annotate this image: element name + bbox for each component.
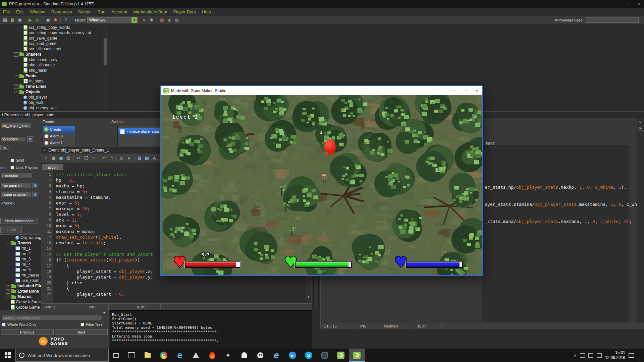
target-select[interactable]: Windows ▼ [87, 17, 138, 23]
search-small-icon[interactable]: ⊙ [638, 119, 643, 124]
add-sprite-icon[interactable]: ▦ [158, 17, 166, 23]
taskbar-clock[interactable]: 15:01 12.06.2016 [605, 350, 625, 360]
menu-window[interactable]: Window [26, 9, 48, 14]
scroll-arrow-icon[interactable]: ▼ [307, 295, 310, 299]
tray-chevron-icon[interactable]: ∧ [574, 353, 577, 358]
menu-marketplace-beta[interactable]: Marketplace Beta [130, 9, 170, 14]
create-executable-icon[interactable]: ◉ [44, 17, 52, 23]
gamemaker-active-icon[interactable] [349, 349, 365, 362]
tree-item-scr-string-copy-words[interactable]: scr_string_copy_words [13, 25, 103, 30]
font-icon[interactable]: A [151, 155, 158, 162]
monitor-app-icon[interactable] [123, 349, 140, 362]
menu-player-beta[interactable]: Player Beta [170, 9, 199, 14]
grid-icon[interactable]: ▦ [136, 155, 143, 162]
find-icon[interactable]: ⊙ [118, 155, 125, 162]
undo-icon[interactable]: ↶ [100, 155, 108, 162]
taskbar-search[interactable]: Web und Windows durchsuchen [15, 349, 109, 362]
tree-expander-icon[interactable]: - [14, 90, 18, 94]
wolf-game-icon[interactable] [188, 349, 204, 362]
maximize-button[interactable]: □ [623, 0, 633, 8]
sprite-menu-button[interactable]: ▦ [27, 136, 33, 142]
tree-item-time-lines[interactable]: +Time Lines [13, 84, 103, 89]
show-desktop-button[interactable] [640, 349, 642, 362]
tree-item-fonts[interactable]: -Fonts [13, 73, 103, 78]
goto-line-icon[interactable]: # [125, 155, 133, 162]
game-close-button[interactable]: × [471, 86, 482, 95]
mask-field[interactable]: <same as sprite> [0, 192, 31, 197]
tree-expander-icon[interactable]: + [6, 295, 10, 299]
filter-tree-checkbox[interactable] [80, 323, 84, 326]
tree-item-fn-stats[interactable]: Afn_stats [13, 78, 103, 84]
tray-pen-icon[interactable] [588, 353, 593, 358]
mask-menu-button[interactable]: ▦ [32, 192, 38, 197]
skype-icon[interactable]: S [301, 349, 317, 362]
tree-expander-icon[interactable]: + [6, 289, 10, 294]
copy-icon[interactable]: ❐ [83, 155, 90, 162]
skull-game-icon[interactable] [252, 349, 268, 362]
redo-icon[interactable]: ↷ [108, 155, 115, 162]
menu-scripts[interactable]: Scripts [75, 9, 95, 14]
gamepad-app-icon[interactable] [317, 349, 333, 362]
solid-checkbox[interactable] [10, 159, 14, 162]
menu-help[interactable]: Help [199, 9, 214, 14]
tree-item-shd-leave-grey[interactable]: shd_leave_grey [13, 57, 103, 62]
tree-expander-icon[interactable]: + [14, 84, 18, 89]
print-icon[interactable]: ▤ [65, 155, 72, 162]
action-center-icon[interactable] [629, 353, 634, 358]
internet-explorer-icon[interactable]: e [268, 349, 284, 362]
flame-game-icon[interactable] [204, 349, 220, 362]
new-sprite-button[interactable]: w [0, 145, 9, 150]
tree-item-obj-wall[interactable]: obj_wall [13, 100, 103, 105]
object-name-field[interactable]: obj_player_stats [0, 123, 31, 128]
menu-edit[interactable]: Edit [13, 9, 26, 14]
tree-item-objects[interactable]: -Objects [13, 89, 103, 95]
sprite-field[interactable]: no sprite> [0, 136, 26, 142]
ok-button[interactable]: ✓ OK [0, 227, 22, 233]
tree-item-scr-save-game[interactable]: scr_save_game [13, 36, 103, 41]
minimize-button[interactable]: ─ [612, 0, 623, 8]
menu-run[interactable]: Run [95, 9, 109, 14]
close-button[interactable]: × [633, 0, 644, 8]
game-maximize-button[interactable]: □ [460, 86, 471, 95]
event-create[interactable]: Create [43, 126, 75, 133]
grid-alt-icon[interactable]: ▩ [143, 155, 151, 162]
secondary-code-area[interactable]: er_stats.hp/obj_player_stats.maxhp, 1, 0… [482, 145, 629, 321]
tree-expander-icon[interactable]: - [14, 52, 18, 57]
tray-input-icon[interactable] [597, 353, 602, 358]
tree-item-obj-enemy-wall[interactable]: obj_enemy_wall [13, 105, 103, 111]
tree-item-scr-string-copy-words-enemy-tut[interactable]: scr_string_copy_words_enemy_tut [13, 30, 103, 36]
settings-icon[interactable]: ✱ [148, 17, 155, 23]
chevron-down-icon[interactable]: ▼ [131, 17, 137, 23]
knowledge-base-input[interactable] [586, 17, 639, 23]
event-alarm-0[interactable]: Alarm 0 [43, 133, 75, 139]
tray-touch-keyboard-icon[interactable] [580, 353, 585, 358]
target-small-icon[interactable]: ◉ [638, 125, 643, 131]
collapse-arrow-icon[interactable]: ▼ [103, 311, 106, 314]
start-button[interactable] [0, 349, 15, 362]
next-button[interactable]: Next [55, 329, 108, 335]
paste-icon[interactable]: ▭ [90, 155, 97, 162]
save-icon[interactable]: ▣ [57, 155, 65, 162]
tree-expander-icon[interactable]: + [6, 284, 10, 288]
menu-resources[interactable]: Resources [48, 9, 75, 14]
tree-item-shd-mask[interactable]: shd_mask [13, 68, 103, 73]
file-explorer-icon[interactable] [140, 349, 156, 362]
add-object-icon[interactable]: ◉ [166, 17, 173, 23]
save-project-icon[interactable]: ▣ [16, 17, 23, 23]
tree-expander-icon[interactable]: - [6, 241, 10, 245]
debug-game-icon[interactable]: ▶ [34, 17, 41, 23]
game-window-titlebar[interactable]: Made with GameMaker: Studio ─ □ × [161, 86, 482, 95]
depth-field[interactable]: 10000000 [0, 173, 33, 179]
secondary-scroll-column[interactable]: ⊙ ◉ [637, 118, 644, 322]
clean-cache-icon[interactable]: ✱ [52, 17, 59, 23]
list-view-icon[interactable]: ≡ [141, 17, 148, 23]
resource-tree-scrollbar[interactable] [103, 25, 108, 112]
whole-word-checkbox[interactable] [2, 323, 6, 326]
tree-expander-icon[interactable]: - [14, 74, 18, 78]
open-icon[interactable]: ▦ [50, 155, 57, 162]
tree-item-scr-silhouette-set[interactable]: scr_silhouette_set [13, 46, 103, 52]
menu-file[interactable]: File [0, 9, 13, 14]
gamemaker-icon[interactable] [333, 349, 349, 362]
add-room-icon[interactable]: ▥ [173, 17, 180, 23]
tree-item-obj-player[interactable]: obj_player [13, 95, 103, 100]
